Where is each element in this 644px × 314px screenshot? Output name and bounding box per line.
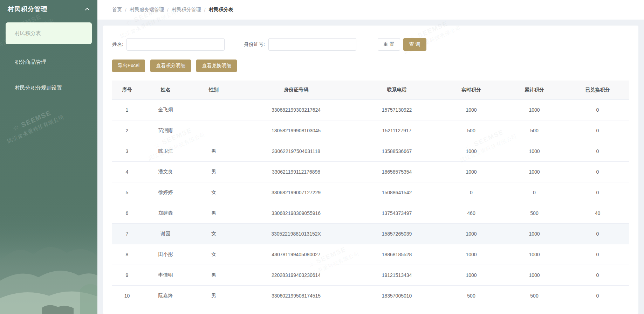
cell-id_card: 33052219881013152X <box>238 223 354 244</box>
table-row[interactable]: 6郑建垚男33068219830905591613754373497460500… <box>112 203 629 223</box>
table-row[interactable]: 2苗润雨130582199908103045152111279175005000 <box>112 120 629 141</box>
table-row[interactable]: 4潘文良男33062119911217689818658575354100010… <box>112 161 629 182</box>
cell-id_card: 430781199405080027 <box>238 244 354 265</box>
table-body: 1金飞炯330682199303217624157571309221000100… <box>112 99 629 306</box>
cell-seq: 6 <box>112 203 142 223</box>
table-row[interactable]: 5徐婷婷女33068219900712722915088641542000 <box>112 182 629 203</box>
cell-name: 谢园 <box>142 223 189 244</box>
table-row[interactable]: 10阮嘉烽男3306021995081745151835700501050050… <box>112 285 629 306</box>
breadcrumb-separator: / <box>125 7 126 13</box>
cell-gender: 女 <box>189 244 238 265</box>
table-row[interactable]: 3陈卫江男33062219750403111813588536667100010… <box>112 141 629 161</box>
cell-seq: 10 <box>112 285 142 306</box>
cell-id_card: 330682198309055916 <box>238 203 354 223</box>
table-row[interactable]: 7谢园女33052219881013152X158572650391000100… <box>112 223 629 244</box>
table-row[interactable]: 1金飞炯330682199303217624157571309221000100… <box>112 99 629 120</box>
cell-realtime_points: 1000 <box>440 265 503 285</box>
app-window: 村民积分管理 村民积分表 积分商品管理 村民分积分规则设置 <box>0 0 644 314</box>
cell-phone: 13754373497 <box>354 203 440 223</box>
sidebar-item-points-goods-management[interactable]: 积分商品管理 <box>0 57 97 67</box>
cell-exchanged_points: 0 <box>566 244 629 265</box>
sidebar: 村民积分管理 村民积分表 积分商品管理 村民分积分规则设置 <box>0 0 97 314</box>
sidebar-item-points-rules-settings[interactable]: 村民分积分规则设置 <box>0 83 97 92</box>
cell-seq: 3 <box>112 141 142 161</box>
chevron-up-icon[interactable] <box>85 7 90 11</box>
cell-realtime_points: 1000 <box>440 244 503 265</box>
col-header-name: 姓名 <box>142 81 189 99</box>
col-header-id-card: 身份证号码 <box>238 81 354 99</box>
cell-id_card: 220283199403230614 <box>238 265 354 285</box>
search-button[interactable]: 查 询 <box>403 38 426 51</box>
view-exchange-detail-button[interactable]: 查看兑换明细 <box>196 60 237 72</box>
points-table: 序号 姓名 性别 身份证号码 联系电话 实时积分 累计积分 已兑换积分 1金飞炯… <box>112 81 629 306</box>
cell-realtime_points: 460 <box>440 203 503 223</box>
cell-seq: 4 <box>112 161 142 182</box>
export-excel-button[interactable]: 导出Excel <box>112 60 145 72</box>
cell-total_points: 500 <box>503 203 566 223</box>
sidebar-item-label: 村民积分表 <box>15 30 41 37</box>
cell-name: 金飞炯 <box>142 99 189 120</box>
sidebar-item-villager-points-table[interactable]: 村民积分表 <box>6 22 92 44</box>
cell-name: 阮嘉烽 <box>142 285 189 306</box>
cell-phone: 15211127917 <box>354 120 440 141</box>
cell-id_card: 330682199007127229 <box>238 182 354 203</box>
content-card: 姓名: 身份证号: 重 置 查 询 导出Excel 查看积分明细 查看兑换明细 <box>103 26 638 314</box>
cell-phone: 19121513434 <box>354 265 440 285</box>
cell-id_card: 330682199303217624 <box>238 99 354 120</box>
cell-phone: 18357005010 <box>354 285 440 306</box>
cell-phone: 13588536667 <box>354 141 440 161</box>
breadcrumb-item-home[interactable]: 首页 <box>112 7 122 13</box>
cell-realtime_points: 1000 <box>440 223 503 244</box>
cell-total_points: 0 <box>503 182 566 203</box>
breadcrumb-item-current: 村民积分表 <box>209 7 233 13</box>
cell-phone: 15088641542 <box>354 182 440 203</box>
cell-gender: 女 <box>189 223 238 244</box>
cell-name: 徐婷婷 <box>142 182 189 203</box>
cell-seq: 5 <box>112 182 142 203</box>
table-row[interactable]: 9李佳明男22028319940323061419121513434100010… <box>112 265 629 285</box>
cell-gender: 男 <box>189 141 238 161</box>
cell-seq: 2 <box>112 120 142 141</box>
cell-total_points: 1000 <box>503 99 566 120</box>
reset-button[interactable]: 重 置 <box>378 38 400 51</box>
sidebar-group-title: 村民积分管理 <box>8 5 48 13</box>
name-field-label: 姓名: <box>112 41 123 48</box>
topbar: 首页 / 村民服务端管理 / 村民积分管理 / 村民积分表 <box>97 0 644 20</box>
breadcrumb-item-points-management[interactable]: 村民积分管理 <box>172 7 201 13</box>
col-header-realtime-points: 实时积分 <box>440 81 503 99</box>
cell-total_points: 500 <box>503 285 566 306</box>
cell-seq: 9 <box>112 265 142 285</box>
filter-row: 姓名: 身份证号: 重 置 查 询 <box>112 38 629 51</box>
sidebar-landscape-art <box>0 209 97 314</box>
cell-exchanged_points: 0 <box>566 141 629 161</box>
id-number-input[interactable] <box>268 38 356 51</box>
breadcrumb-item-villager-service[interactable]: 村民服务端管理 <box>130 7 164 13</box>
col-header-exchanged-points: 已兑换积分 <box>566 81 629 99</box>
view-points-detail-button[interactable]: 查看积分明细 <box>150 60 191 72</box>
cell-phone: 15857265039 <box>354 223 440 244</box>
id-field-label: 身份证号: <box>244 41 265 48</box>
cell-exchanged_points: 0 <box>566 99 629 120</box>
action-row: 导出Excel 查看积分明细 查看兑换明细 <box>112 60 629 72</box>
cell-name: 苗润雨 <box>142 120 189 141</box>
cell-name: 李佳明 <box>142 265 189 285</box>
cell-realtime_points: 500 <box>440 285 503 306</box>
points-table-wrap: 序号 姓名 性别 身份证号码 联系电话 实时积分 累计积分 已兑换积分 1金飞炯… <box>112 81 629 306</box>
col-header-total-points: 累计积分 <box>503 81 566 99</box>
main-area: 首页 / 村民服务端管理 / 村民积分管理 / 村民积分表 姓名: 身份证号: … <box>97 0 644 314</box>
table-header-row: 序号 姓名 性别 身份证号码 联系电话 实时积分 累计积分 已兑换积分 <box>112 81 629 99</box>
cell-realtime_points: 1000 <box>440 99 503 120</box>
cell-seq: 1 <box>112 99 142 120</box>
cell-name: 田小彤 <box>142 244 189 265</box>
cell-exchanged_points: 0 <box>566 285 629 306</box>
cell-gender: 女 <box>189 182 238 203</box>
cell-total_points: 1000 <box>503 244 566 265</box>
cell-realtime_points: 500 <box>440 120 503 141</box>
sidebar-group-header[interactable]: 村民积分管理 <box>0 0 97 17</box>
cell-total_points: 500 <box>503 120 566 141</box>
table-row[interactable]: 8田小彤女43078119940508002718868185528100010… <box>112 244 629 265</box>
name-input[interactable] <box>126 38 225 51</box>
breadcrumb-separator: / <box>167 7 169 13</box>
cell-seq: 8 <box>112 244 142 265</box>
cell-exchanged_points: 0 <box>566 161 629 182</box>
